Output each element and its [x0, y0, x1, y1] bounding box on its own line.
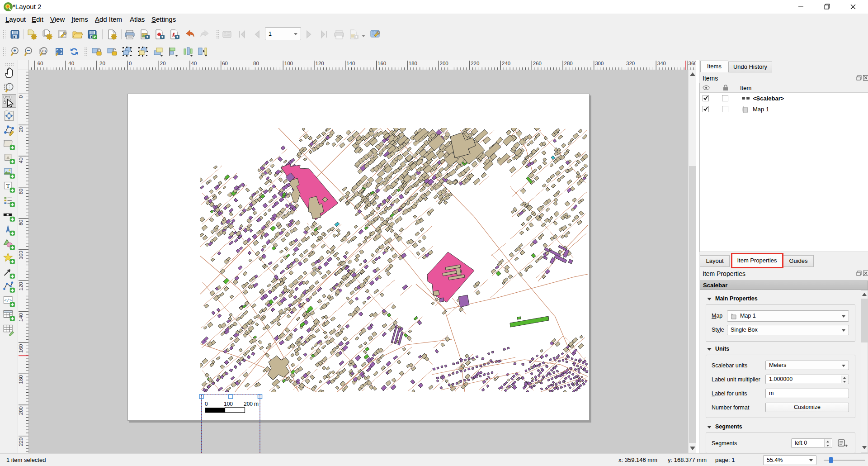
svg-text:140: 140 [18, 313, 24, 322]
svg-text:360: 360 [689, 61, 697, 66]
svg-text:180: 180 [409, 61, 417, 66]
svg-text:-20: -20 [98, 61, 105, 66]
svg-text:-60: -60 [36, 61, 43, 66]
svg-text:60: 60 [222, 61, 228, 66]
svg-text:340: 340 [657, 61, 666, 66]
svg-text:120: 120 [316, 61, 324, 66]
svg-text:180: 180 [18, 375, 24, 384]
svg-text:160: 160 [18, 344, 24, 353]
svg-text:0: 0 [129, 61, 132, 66]
svg-text:280: 280 [564, 61, 573, 66]
svg-text:60: 60 [18, 189, 24, 195]
svg-text:100: 100 [224, 401, 233, 407]
svg-text:220: 220 [18, 437, 24, 446]
svg-text:320: 320 [626, 61, 635, 66]
svg-text:200: 200 [18, 406, 24, 415]
svg-text:-40: -40 [67, 61, 75, 66]
svg-text:1:1: 1:1 [42, 49, 46, 52]
svg-text:80: 80 [18, 220, 24, 226]
svg-text:0: 0 [18, 95, 24, 98]
svg-text:20: 20 [18, 126, 24, 132]
svg-text:200: 200 [244, 401, 253, 407]
svg-text:260: 260 [533, 61, 542, 66]
svg-text:140: 140 [346, 61, 355, 66]
svg-text:300: 300 [595, 61, 604, 66]
svg-text:T: T [6, 183, 10, 189]
svg-text:80: 80 [253, 61, 259, 66]
svg-text:220: 220 [471, 61, 479, 66]
svg-text:100: 100 [18, 251, 24, 259]
svg-text:40: 40 [191, 61, 197, 66]
svg-text:m: m [254, 401, 259, 407]
svg-text:160: 160 [377, 61, 386, 66]
svg-text:20: 20 [160, 61, 166, 66]
svg-text:240: 240 [502, 61, 510, 66]
svg-text:120: 120 [18, 282, 24, 290]
svg-text:100: 100 [284, 61, 293, 66]
svg-text:200: 200 [440, 61, 448, 66]
svg-text:40: 40 [18, 157, 24, 163]
svg-text:0: 0 [205, 401, 208, 407]
